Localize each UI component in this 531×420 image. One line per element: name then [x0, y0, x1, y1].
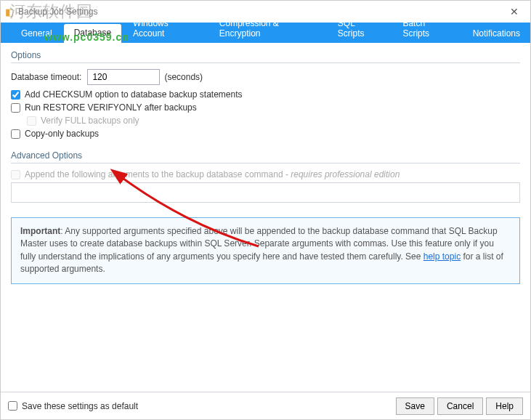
copy-only-checkbox[interactable] [11, 129, 20, 139]
restore-verify-label: Run RESTORE VERIFYONLY after backups [25, 102, 197, 113]
titlebar: ◧ Backup Job Settings ✕ [1, 1, 530, 23]
important-note-box: Important: Any supported arguments speci… [11, 217, 520, 284]
divider-advanced [11, 163, 520, 163]
window-title: Backup Job Settings [18, 7, 97, 17]
timeout-input[interactable] [87, 69, 160, 85]
copy-only-row[interactable]: Copy-only backups [11, 129, 520, 139]
help-topic-link[interactable]: help topic [423, 251, 461, 262]
help-button[interactable]: Help [486, 397, 523, 415]
verify-full-row: Verify FULL backups only [27, 116, 520, 126]
group-label-advanced: Advanced Options [11, 150, 520, 163]
copy-only-label: Copy-only backups [25, 129, 99, 139]
restore-verify-row[interactable]: Run RESTORE VERIFYONLY after backups [11, 102, 520, 113]
footer-bar: Save these settings as default Save Canc… [1, 392, 530, 419]
restore-verify-checkbox[interactable] [11, 103, 20, 113]
app-icon: ◧ [5, 7, 14, 17]
append-args-checkbox [11, 170, 20, 179]
save-button[interactable]: Save [396, 397, 434, 415]
important-bold: Important [20, 226, 60, 236]
checksum-checkbox[interactable] [11, 90, 20, 100]
save-default-row[interactable]: Save these settings as default [8, 401, 138, 411]
append-args-label: Append the following arguments to the ba… [25, 169, 400, 179]
append-args-textbox [11, 182, 520, 203]
verify-full-checkbox [27, 116, 36, 126]
cancel-button[interactable]: Cancel [437, 397, 483, 415]
close-icon: ✕ [510, 6, 519, 17]
save-default-checkbox[interactable] [8, 401, 17, 411]
append-args-row: Append the following arguments to the ba… [11, 169, 520, 179]
close-button[interactable]: ✕ [498, 1, 530, 23]
tab-notifications[interactable]: Notifications [463, 24, 530, 43]
content-area: Options Database timeout: (seconds) Add … [1, 43, 530, 284]
timeout-label: Database timeout: [11, 72, 81, 82]
timeout-suffix: (seconds) [164, 72, 203, 82]
group-label-options: Options [11, 50, 520, 62]
verify-full-label: Verify FULL backups only [41, 116, 139, 126]
checksum-label: Add CHECKSUM option to database backup s… [25, 89, 243, 100]
watermark-text-2: www.pc0359.cn [44, 31, 129, 43]
save-default-label: Save these settings as default [22, 401, 138, 411]
divider [11, 62, 520, 63]
checksum-checkbox-row[interactable]: Add CHECKSUM option to database backup s… [11, 89, 520, 100]
